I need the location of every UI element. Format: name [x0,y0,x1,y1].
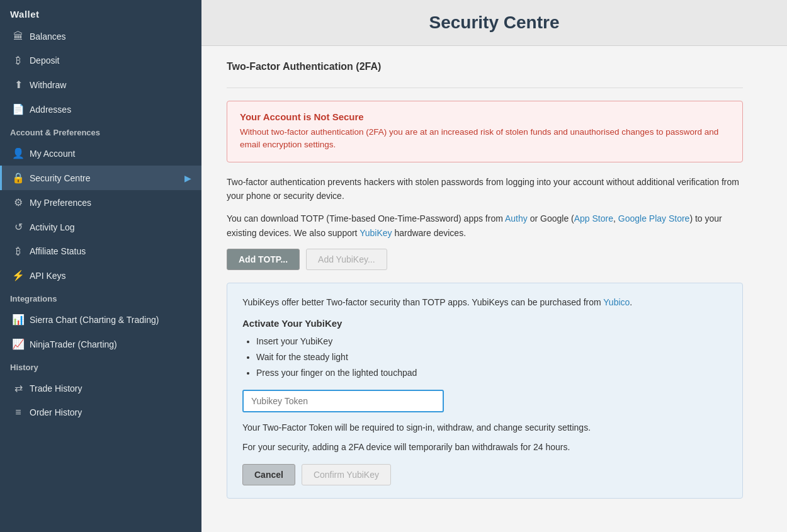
alert-title: Your Account is Not Secure [240,111,730,122]
confirm-yubikey-button: Confirm YubiKey [302,464,391,485]
lock-icon: 🔒 [12,172,25,184]
sidebar-item-security-centre[interactable]: 🔒 Security Centre ▶ [0,166,201,190]
sidebar-section-history: History [0,356,201,376]
user-icon: 👤 [12,147,25,159]
yubikey-note: Your Two-Factor Token will be required t… [242,421,727,434]
sidebar-item-trade-history[interactable]: ⇄ Trade History [0,376,201,400]
bank-icon: 🏛 [12,31,25,42]
yubikey-step-1: Insert your YubiKey [256,335,727,348]
add-yubikey-button: Add YubiKey... [306,249,387,270]
yubikey-warning: For your security, adding a 2FA device w… [242,441,727,454]
info-text-2-end: hardware devices. [392,228,467,238]
sidebar-section-account: Account & Preferences [0,122,201,141]
bitcoin-icon: ₿ [12,55,25,66]
sidebar-item-label: Activity Log [30,222,75,232]
2fa-section-title: Two-Factor Authentication (2FA) [227,61,743,77]
cancel-button[interactable]: Cancel [242,464,295,485]
alert-body: Without two-factor authentication (2FA) … [240,126,730,152]
info-text-2-mid: or Google ( [528,213,574,224]
sidebar-item-api-keys[interactable]: ⚡ API Keys [0,263,201,288]
yubikey-steps-list: Insert your YubiKey Wait for the steady … [242,335,727,380]
sidebar-item-label: Order History [30,407,82,417]
sidebar-item-label: Deposit [30,55,59,65]
sidebar-item-my-account[interactable]: 👤 My Account [0,141,201,166]
yubikey-intro: YubiKeys offer better Two-factor securit… [242,296,727,309]
sidebar-item-addresses[interactable]: 📄 Addresses [0,97,201,122]
sidebar: Wallet 🏛 Balances ₿ Deposit ⬆ Withdraw 📄… [0,0,201,532]
affiliate-bitcoin-icon: ₿ [12,246,25,257]
sidebar-item-label: Security Centre [30,173,90,183]
add-totp-button[interactable]: Add TOTP... [227,249,300,270]
sidebar-item-withdraw[interactable]: ⬆ Withdraw [0,72,201,97]
sidebar-item-sierra-chart[interactable]: 📊 Sierra Chart (Charting & Trading) [0,307,201,332]
appstore-link[interactable]: App Store [574,213,613,224]
sidebar-section-wallet: Wallet [0,0,201,25]
yubikey-step-2: Wait for the steady light [256,351,727,364]
yubikey-step-3: Press your finger on the lighted touchpa… [256,366,727,380]
active-arrow-icon: ▶ [184,173,191,183]
yubikey-intro-prefix: YubiKeys offer better Two-factor securit… [242,297,603,307]
gear-icon: ⚙ [12,196,25,208]
info-text-2: You can download TOTP (Time-based One-Ti… [227,212,743,240]
security-alert-box: Your Account is Not Secure Without two-f… [227,101,743,162]
googleplay-link[interactable]: Google Play Store [618,213,690,224]
sidebar-section-integrations: Integrations [0,288,201,307]
sidebar-item-affiliate-status[interactable]: ₿ Affiliate Status [0,239,201,263]
sidebar-item-label: Withdraw [30,80,66,90]
sidebar-item-label: Balances [30,31,66,42]
yubikey-activate-title: Activate Your YubiKey [242,318,727,329]
lightning-icon: ⚡ [12,269,25,281]
sidebar-item-label: Trade History [30,383,82,393]
section-divider [227,88,743,88]
chart-line-icon: 📈 [12,338,25,350]
list-icon: ≡ [12,407,25,418]
history-icon: ↺ [12,221,25,233]
sidebar-item-label: Addresses [30,105,71,115]
document-icon: 📄 [12,103,25,115]
upload-icon: ⬆ [12,79,25,91]
sidebar-item-label: Affiliate Status [30,246,86,256]
page-header: Security Centre [201,0,787,46]
page-title: Security Centre [227,13,762,33]
sidebar-item-deposit[interactable]: ₿ Deposit [0,48,201,72]
sidebar-item-label: API Keys [30,271,66,281]
info-text-2-comma: , [613,213,618,224]
yubikey-action-buttons: Cancel Confirm YubiKey [242,464,727,485]
sidebar-item-balances[interactable]: 🏛 Balances [0,25,201,48]
yubikey-token-input[interactable] [242,390,444,412]
sidebar-item-order-history[interactable]: ≡ Order History [0,400,201,424]
trade-icon: ⇄ [12,382,25,394]
sidebar-item-label: Sierra Chart (Charting & Trading) [30,315,159,325]
2fa-buttons-row: Add TOTP... Add YubiKey... [227,249,743,270]
yubikey-activation-box: YubiKeys offer better Two-factor securit… [227,283,743,499]
main-content: Security Centre Two-Factor Authenticatio… [201,0,787,532]
page-body: Two-Factor Authentication (2FA) Your Acc… [201,46,768,526]
sidebar-item-label: My Account [30,149,75,159]
sidebar-item-activity-log[interactable]: ↺ Activity Log [0,215,201,239]
sidebar-item-label: My Preferences [30,198,91,208]
sidebar-item-ninjatrader[interactable]: 📈 NinjaTrader (Charting) [0,332,201,356]
yubico-link[interactable]: Yubico [603,297,630,307]
sidebar-item-label: NinjaTrader (Charting) [30,339,117,349]
yubikey-link[interactable]: YubiKey [360,228,392,238]
chart-bar-icon: 📊 [12,314,25,325]
yubikey-intro-suffix: . [630,297,632,307]
info-text-2-prefix: You can download TOTP (Time-based One-Ti… [227,213,505,224]
authy-link[interactable]: Authy [505,213,528,224]
sidebar-item-my-preferences[interactable]: ⚙ My Preferences [0,190,201,215]
info-text-1: Two-factor authentication prevents hacke… [227,175,743,203]
